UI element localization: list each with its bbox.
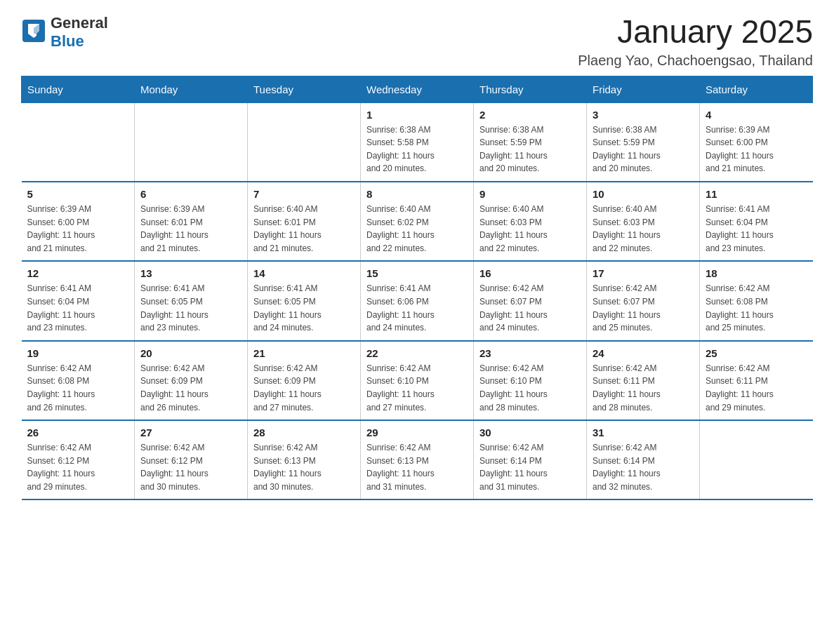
day-info: Sunrise: 6:42 AMSunset: 6:08 PMDaylight:… (27, 362, 129, 414)
day-number: 20 (140, 347, 241, 359)
day-number: 14 (253, 267, 355, 279)
calendar-day-11: 11Sunrise: 6:41 AMSunset: 6:04 PMDayligh… (700, 182, 813, 261)
day-number: 6 (140, 188, 241, 200)
calendar-day-13: 13Sunrise: 6:41 AMSunset: 6:05 PMDayligh… (135, 261, 248, 340)
day-info: Sunrise: 6:38 AMSunset: 5:59 PMDaylight:… (593, 123, 694, 175)
logo-blue: Blue (51, 32, 84, 50)
calendar-empty-cell (700, 420, 813, 499)
day-header-thursday: Thursday (474, 76, 587, 102)
calendar-day-22: 22Sunrise: 6:42 AMSunset: 6:10 PMDayligh… (361, 341, 474, 420)
day-number: 27 (140, 427, 241, 438)
day-number: 22 (366, 347, 468, 359)
day-number: 4 (706, 109, 807, 121)
logo-icon (21, 18, 46, 46)
day-number: 8 (366, 188, 468, 200)
calendar-week-1: 1Sunrise: 6:38 AMSunset: 5:58 PMDaylight… (22, 102, 813, 182)
day-info: Sunrise: 6:42 AMSunset: 6:14 PMDaylight:… (593, 441, 694, 493)
day-number: 25 (706, 347, 807, 359)
calendar-subtitle: Plaeng Yao, Chachoengsao, Thailand (578, 53, 813, 69)
day-info: Sunrise: 6:41 AMSunset: 6:04 PMDaylight:… (27, 282, 129, 334)
calendar-day-31: 31Sunrise: 6:42 AMSunset: 6:14 PMDayligh… (587, 420, 700, 499)
calendar-week-3: 12Sunrise: 6:41 AMSunset: 6:04 PMDayligh… (22, 261, 813, 340)
day-info: Sunrise: 6:42 AMSunset: 6:09 PMDaylight:… (253, 362, 355, 414)
day-number: 24 (593, 347, 694, 359)
day-number: 5 (27, 188, 129, 200)
calendar-day-1: 1Sunrise: 6:38 AMSunset: 5:58 PMDaylight… (361, 102, 474, 182)
day-number: 7 (253, 188, 355, 200)
day-header-wednesday: Wednesday (361, 76, 474, 102)
calendar-day-3: 3Sunrise: 6:38 AMSunset: 5:59 PMDaylight… (587, 102, 700, 182)
calendar-empty-cell (135, 102, 248, 182)
day-header-sunday: Sunday (22, 76, 135, 102)
day-info: Sunrise: 6:42 AMSunset: 6:09 PMDaylight:… (140, 362, 241, 414)
day-number: 23 (479, 347, 581, 359)
day-number: 9 (479, 188, 581, 200)
calendar-day-7: 7Sunrise: 6:40 AMSunset: 6:01 PMDaylight… (248, 182, 361, 261)
calendar-day-19: 19Sunrise: 6:42 AMSunset: 6:08 PMDayligh… (22, 341, 135, 420)
day-number: 18 (706, 267, 807, 279)
day-info: Sunrise: 6:42 AMSunset: 6:12 PMDaylight:… (140, 441, 241, 493)
day-info: Sunrise: 6:42 AMSunset: 6:14 PMDaylight:… (479, 441, 581, 493)
day-info: Sunrise: 6:41 AMSunset: 6:05 PMDaylight:… (140, 282, 241, 334)
day-number: 29 (366, 427, 468, 438)
calendar-day-24: 24Sunrise: 6:42 AMSunset: 6:11 PMDayligh… (587, 341, 700, 420)
calendar-day-10: 10Sunrise: 6:40 AMSunset: 6:03 PMDayligh… (587, 182, 700, 261)
calendar-title: January 2025 (578, 14, 813, 50)
day-number: 28 (253, 427, 355, 438)
day-info: Sunrise: 6:42 AMSunset: 6:13 PMDaylight:… (253, 441, 355, 493)
day-header-monday: Monday (135, 76, 248, 102)
day-number: 21 (253, 347, 355, 359)
day-info: Sunrise: 6:40 AMSunset: 6:01 PMDaylight:… (253, 203, 355, 255)
calendar-day-9: 9Sunrise: 6:40 AMSunset: 6:03 PMDaylight… (474, 182, 587, 261)
day-info: Sunrise: 6:42 AMSunset: 6:10 PMDaylight:… (479, 362, 581, 414)
logo-text: General Blue (51, 14, 108, 51)
day-info: Sunrise: 6:42 AMSunset: 6:07 PMDaylight:… (479, 282, 581, 334)
day-number: 30 (479, 427, 581, 438)
day-number: 10 (593, 188, 694, 200)
day-number: 12 (27, 267, 129, 279)
calendar-day-23: 23Sunrise: 6:42 AMSunset: 6:10 PMDayligh… (474, 341, 587, 420)
calendar-week-4: 19Sunrise: 6:42 AMSunset: 6:08 PMDayligh… (22, 341, 813, 420)
calendar-header-row: SundayMondayTuesdayWednesdayThursdayFrid… (22, 76, 813, 102)
calendar-day-28: 28Sunrise: 6:42 AMSunset: 6:13 PMDayligh… (248, 420, 361, 499)
calendar-day-8: 8Sunrise: 6:40 AMSunset: 6:02 PMDaylight… (361, 182, 474, 261)
day-number: 26 (27, 427, 129, 438)
calendar-day-12: 12Sunrise: 6:41 AMSunset: 6:04 PMDayligh… (22, 261, 135, 340)
calendar-day-29: 29Sunrise: 6:42 AMSunset: 6:13 PMDayligh… (361, 420, 474, 499)
calendar-day-18: 18Sunrise: 6:42 AMSunset: 6:08 PMDayligh… (700, 261, 813, 340)
day-info: Sunrise: 6:42 AMSunset: 6:11 PMDaylight:… (706, 362, 807, 414)
calendar-day-14: 14Sunrise: 6:41 AMSunset: 6:05 PMDayligh… (248, 261, 361, 340)
calendar-day-25: 25Sunrise: 6:42 AMSunset: 6:11 PMDayligh… (700, 341, 813, 420)
calendar-day-5: 5Sunrise: 6:39 AMSunset: 6:00 PMDaylight… (22, 182, 135, 261)
day-number: 13 (140, 267, 241, 279)
day-info: Sunrise: 6:42 AMSunset: 6:07 PMDaylight:… (593, 282, 694, 334)
calendar-empty-cell (22, 102, 135, 182)
calendar-day-20: 20Sunrise: 6:42 AMSunset: 6:09 PMDayligh… (135, 341, 248, 420)
day-info: Sunrise: 6:40 AMSunset: 6:02 PMDaylight:… (366, 203, 468, 255)
day-info: Sunrise: 6:41 AMSunset: 6:04 PMDaylight:… (706, 203, 807, 255)
calendar-day-16: 16Sunrise: 6:42 AMSunset: 6:07 PMDayligh… (474, 261, 587, 340)
calendar-table: SundayMondayTuesdayWednesdayThursdayFrid… (21, 76, 813, 501)
day-header-friday: Friday (587, 76, 700, 102)
calendar-day-27: 27Sunrise: 6:42 AMSunset: 6:12 PMDayligh… (135, 420, 248, 499)
day-header-tuesday: Tuesday (248, 76, 361, 102)
day-info: Sunrise: 6:40 AMSunset: 6:03 PMDaylight:… (593, 203, 694, 255)
day-number: 15 (366, 267, 468, 279)
title-section: January 2025 Plaeng Yao, Chachoengsao, T… (578, 14, 813, 69)
day-number: 19 (27, 347, 129, 359)
calendar-empty-cell (248, 102, 361, 182)
logo: General Blue (21, 14, 108, 51)
calendar-day-21: 21Sunrise: 6:42 AMSunset: 6:09 PMDayligh… (248, 341, 361, 420)
day-info: Sunrise: 6:42 AMSunset: 6:11 PMDaylight:… (593, 362, 694, 414)
day-number: 17 (593, 267, 694, 279)
day-number: 3 (593, 109, 694, 121)
calendar-day-2: 2Sunrise: 6:38 AMSunset: 5:59 PMDaylight… (474, 102, 587, 182)
day-number: 2 (479, 109, 581, 121)
day-info: Sunrise: 6:42 AMSunset: 6:12 PMDaylight:… (27, 441, 129, 493)
calendar-day-6: 6Sunrise: 6:39 AMSunset: 6:01 PMDaylight… (135, 182, 248, 261)
day-header-saturday: Saturday (700, 76, 813, 102)
calendar-day-4: 4Sunrise: 6:39 AMSunset: 6:00 PMDaylight… (700, 102, 813, 182)
calendar-day-26: 26Sunrise: 6:42 AMSunset: 6:12 PMDayligh… (22, 420, 135, 499)
day-info: Sunrise: 6:38 AMSunset: 5:58 PMDaylight:… (366, 123, 468, 175)
day-info: Sunrise: 6:39 AMSunset: 6:00 PMDaylight:… (706, 123, 807, 175)
